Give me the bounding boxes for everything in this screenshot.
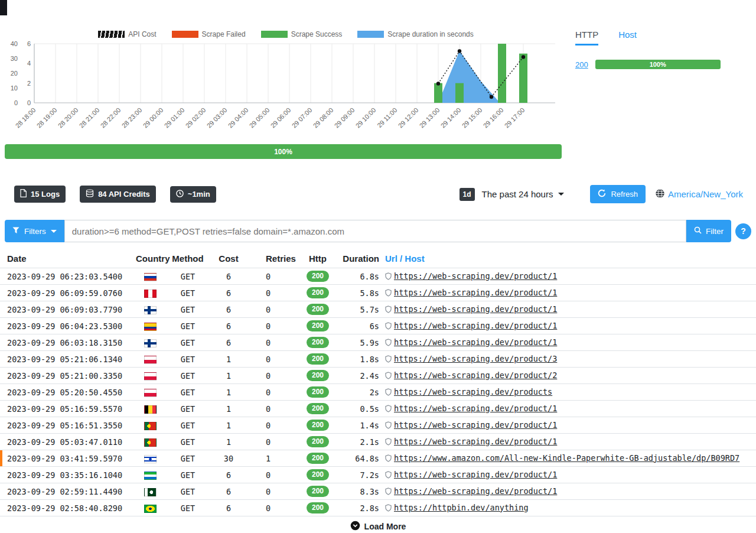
http-status-badge: 200 [307, 469, 329, 480]
legend-label: Scrape duration in seconds [387, 30, 473, 38]
cell-method: GET [164, 384, 211, 401]
apply-filter-button[interactable]: Filter [686, 220, 731, 242]
table-row[interactable]: 2023-09-29 03:35:16.1040 GET 6 0 200 7.2… [0, 467, 756, 483]
log-url-link[interactable]: https://web-scraping.dev/product/1 [394, 420, 557, 430]
log-table: Date Country Method Cost Retries Http Du… [0, 250, 756, 516]
table-row[interactable]: 2023-09-29 05:16:59.5570 GET 1 0 200 0.5… [0, 401, 756, 417]
filters-dropdown-button[interactable]: Filters [5, 220, 64, 242]
help-button[interactable]: ? [735, 223, 751, 239]
table-row[interactable]: 2023-09-29 06:04:23.5300 GET 6 0 200 6s … [0, 318, 756, 334]
log-url-link[interactable]: https://www.amazon.com/All-new-Kindle-Pa… [394, 453, 739, 463]
shield-icon [385, 306, 392, 315]
tab-http[interactable]: HTTP [575, 30, 598, 46]
shield-icon [385, 272, 392, 282]
country-flag [144, 488, 157, 496]
svg-text:29 14:00: 29 14:00 [439, 106, 462, 129]
legend-item[interactable]: Scrape duration in seconds [357, 30, 473, 38]
log-url-link[interactable]: https://web-scraping.dev/product/1 [394, 288, 557, 297]
status-progress-bar: 100% [595, 60, 721, 69]
log-url-link[interactable]: https://web-scraping.dev/product/1 [394, 437, 557, 446]
table-row[interactable]: 2023-09-29 06:23:03.5400 GET 6 0 200 6.8… [0, 268, 756, 285]
log-url-link[interactable]: https://web-scraping.dev/product/1 [394, 271, 557, 281]
log-table-body: 2023-09-29 06:23:03.5400 GET 6 0 200 6.8… [0, 268, 756, 516]
chevron-down-circle-icon [350, 521, 360, 532]
shield-icon [385, 372, 392, 381]
http-status-badge: 200 [307, 403, 329, 414]
svg-text:29 07:00: 29 07:00 [291, 106, 314, 129]
log-url-link[interactable]: https://web-scraping.dev/product/1 [394, 486, 557, 496]
stats-row: 15 Logs 84 API Credits ~1min 1d The past… [14, 185, 743, 203]
cell-date: 2023-09-29 03:35:16.1040 [0, 467, 136, 483]
log-url-link[interactable]: https://httpbin.dev/anything [394, 503, 529, 512]
cell-duration: 1.4s [339, 417, 384, 434]
cell-duration: 64.8s [339, 450, 384, 467]
table-row[interactable]: 2023-09-29 02:59:11.4490 GET 6 0 200 8.3… [0, 483, 756, 500]
cell-cost: 6 [211, 483, 246, 500]
shield-icon [385, 471, 392, 480]
cell-method: GET [164, 500, 211, 516]
filter-query-input[interactable] [64, 220, 686, 242]
cell-cost: 1 [211, 368, 246, 384]
log-url-link[interactable]: https://web-scraping.dev/product/1 [394, 470, 557, 479]
http-status-badge: 200 [307, 287, 329, 298]
chart-block: API CostScrape FailedScrape SuccessScrap… [5, 30, 567, 159]
country-flag [144, 372, 157, 381]
table-row[interactable]: 2023-09-29 06:03:18.3150 GET 6 0 200 5.9… [0, 334, 756, 351]
cell-duration: 6s [339, 318, 384, 334]
cell-duration: 8.3s [339, 483, 384, 500]
status-code-link[interactable]: 200 [575, 60, 588, 69]
success-rate-label: 100% [274, 148, 292, 156]
country-flag [144, 472, 157, 480]
cell-cost: 6 [211, 334, 246, 351]
log-url-link[interactable]: https://web-scraping.dev/product/1 [394, 404, 557, 413]
http-status-badge: 200 [307, 420, 329, 431]
svg-text:0: 0 [27, 99, 31, 106]
log-url-link[interactable]: https://web-scraping.dev/product/2 [394, 370, 557, 380]
table-row[interactable]: 2023-09-29 05:03:47.0110 GET 1 0 200 2.1… [0, 434, 756, 450]
table-row[interactable]: 2023-09-29 05:21:06.1340 GET 1 0 200 1.8… [0, 351, 756, 368]
legend-item[interactable]: API Cost [98, 30, 156, 38]
log-url-link[interactable]: https://web-scraping.dev/products [394, 387, 552, 396]
log-url-link[interactable]: https://web-scraping.dev/product/1 [394, 304, 557, 314]
refresh-button[interactable]: Refresh [590, 185, 646, 203]
country-flag [144, 323, 157, 331]
legend-item[interactable]: Scrape Success [261, 30, 343, 38]
http-status-badge: 200 [307, 486, 329, 497]
sidebar-collapsed-strip [0, 0, 7, 15]
log-url-link[interactable]: https://web-scraping.dev/product/1 [394, 321, 557, 330]
table-row[interactable]: 2023-09-29 05:16:51.3550 GET 1 0 200 1.4… [0, 417, 756, 434]
shield-icon [385, 454, 392, 464]
svg-text:30: 30 [11, 55, 18, 62]
legend-swatch [172, 31, 198, 38]
table-row[interactable]: 2023-09-29 06:09:59.0760 GET 6 0 200 5.8… [0, 285, 756, 301]
log-url-link[interactable]: https://web-scraping.dev/product/3 [394, 354, 557, 363]
log-url-link[interactable]: https://web-scraping.dev/product/1 [394, 337, 557, 347]
scrape-chart-canvas[interactable]: 28 18:0028 19:0028 20:0028 21:0028 22:00… [5, 41, 563, 136]
cell-date: 2023-09-29 05:16:51.3550 [0, 417, 136, 434]
svg-text:4: 4 [27, 60, 31, 67]
table-row[interactable]: 2023-09-29 03:41:59.5970 GET 30 1 200 64… [0, 450, 756, 467]
table-row[interactable]: 2023-09-29 06:09:03.7790 GET 6 0 200 5.7… [0, 301, 756, 318]
date-range-dropdown[interactable]: The past 24 hours [482, 189, 565, 199]
country-flag [144, 505, 157, 513]
cell-retries: 0 [246, 351, 296, 368]
cell-cost: 1 [211, 384, 246, 401]
cell-date: 2023-09-29 06:04:23.5300 [0, 318, 136, 334]
date-range-label: The past 24 hours [482, 189, 553, 199]
shield-icon [385, 339, 392, 348]
timezone-link[interactable]: America/New_York [655, 188, 743, 200]
svg-text:0: 0 [14, 99, 18, 106]
table-row[interactable]: 2023-09-29 02:58:40.8290 GET 6 0 200 2.8… [0, 500, 756, 516]
tab-host[interactable]: Host [618, 30, 637, 46]
cell-method: GET [164, 368, 211, 384]
col-header-method: Method [164, 250, 211, 268]
cell-method: GET [164, 285, 211, 301]
cell-duration: 7.2s [339, 467, 384, 483]
country-flag [144, 422, 157, 430]
table-row[interactable]: 2023-09-29 05:21:00.3350 GET 1 0 200 2.4… [0, 368, 756, 384]
legend-item[interactable]: Scrape Failed [172, 30, 246, 38]
table-row[interactable]: 2023-09-29 05:20:50.4550 GET 1 0 200 2s … [0, 384, 756, 401]
api-credits-label: 84 API Credits [98, 190, 150, 199]
cell-retries: 0 [246, 500, 296, 516]
load-more-button[interactable]: Load More [0, 521, 756, 532]
